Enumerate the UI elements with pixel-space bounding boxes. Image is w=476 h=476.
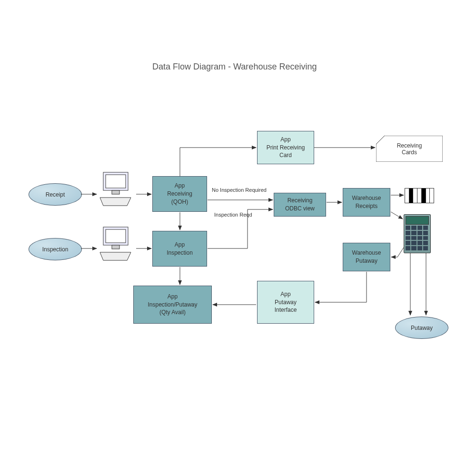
svg-rect-8 (112, 245, 119, 249)
no-inspection-label: No Inspection Required (212, 187, 267, 193)
computer-icon-2 (98, 226, 136, 262)
barcode-output (405, 188, 434, 203)
warehouse-putaway-process: Warehouse Putaway (343, 243, 390, 271)
inspection-label: Inspection (42, 246, 69, 253)
app-print-label: App Print Receiving Card (267, 136, 305, 159)
computer-icon-1 (98, 171, 136, 207)
app-print-card-process: App Print Receiving Card (257, 131, 314, 164)
receiving-odbc-process: Receiving ODBC view (274, 193, 326, 217)
diagram-title: Data Flow Diagram - Warehouse Receiving (152, 62, 317, 72)
app-receiving-label: App Receiving (QOH) (167, 182, 192, 206)
svg-rect-4 (112, 190, 119, 194)
receiving-odbc-label: Receiving ODBC view (285, 197, 315, 213)
app-putaway-interface-process: App Putaway Interface (257, 281, 314, 324)
svg-marker-9 (100, 252, 131, 260)
svg-rect-7 (106, 229, 126, 243)
svg-rect-6 (103, 227, 128, 245)
warehouse-putaway-label: Warehouse Putaway (352, 249, 381, 265)
svg-rect-2 (103, 172, 128, 190)
warehouse-receipts-process: Warehouse Receipts (343, 188, 390, 217)
inspection-reqd-label: Inspection Reqd (214, 212, 252, 218)
scanner-device (404, 214, 430, 252)
app-putaway-if-label: App Putaway Interface (275, 290, 297, 314)
svg-marker-5 (100, 198, 131, 206)
putaway-entity: Putaway (395, 317, 448, 339)
app-insp-putaway-label: App Inspection/Putaway (Qty Avail) (148, 293, 197, 317)
svg-rect-3 (106, 175, 126, 188)
app-inspection-process: App Inspection (152, 231, 207, 267)
app-receiving-process: App Receiving (QOH) (152, 176, 207, 212)
receipt-entity: Receipt (29, 183, 82, 206)
app-inspection-label: App Inspection (167, 241, 193, 257)
app-inspection-putaway-process: App Inspection/Putaway (Qty Avail) (133, 286, 212, 324)
inspection-entity: Inspection (29, 238, 82, 260)
warehouse-receipts-label: Warehouse Receipts (352, 194, 381, 210)
receiving-cards-output: Receiving Cards (376, 136, 443, 162)
receipt-label: Receipt (46, 191, 65, 198)
svg-line-19 (391, 212, 403, 219)
putaway-label: Putaway (411, 325, 433, 331)
receiving-cards-label: Receiving Cards (376, 136, 443, 162)
